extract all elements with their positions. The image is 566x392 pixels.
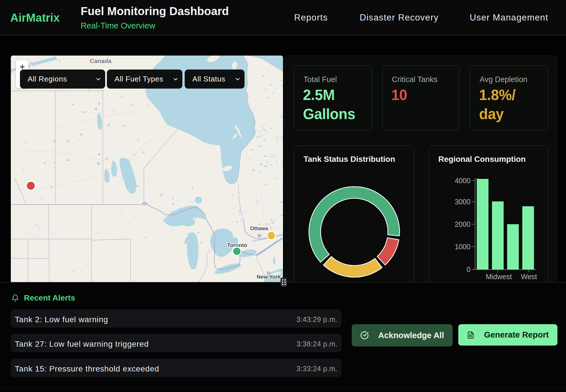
svg-text:3000: 3000 [455, 198, 471, 206]
svg-text:Canada: Canada [90, 58, 111, 64]
svg-text:Ottawa: Ottawa [250, 225, 268, 231]
svg-text:New York: New York [257, 274, 281, 280]
svg-text:2000: 2000 [455, 220, 471, 228]
svg-text:1000: 1000 [455, 243, 471, 251]
svg-text:West: West [521, 273, 537, 281]
svg-text:0: 0 [467, 266, 471, 273]
svg-text:4000: 4000 [455, 177, 471, 185]
svg-text:Midwest: Midwest [486, 273, 512, 281]
